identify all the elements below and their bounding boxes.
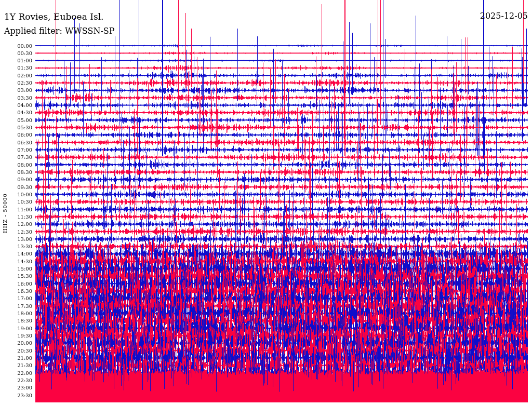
time-label: 14:30 <box>0 259 32 264</box>
time-label: 03:30 <box>0 95 32 101</box>
time-label: 00:00 <box>0 43 32 49</box>
time-label: 04:30 <box>0 110 32 115</box>
date-label: 2025-12-05 <box>480 11 528 21</box>
time-label: 15:30 <box>0 273 32 279</box>
time-label: 13:30 <box>0 244 32 249</box>
time-label: 01:00 <box>0 58 32 63</box>
time-label: 08:30 <box>0 169 32 175</box>
filter-label: Applied filter: WWSSN-SP <box>4 26 115 36</box>
seismogram-canvas <box>0 0 532 405</box>
time-label: 19:00 <box>0 326 32 331</box>
time-label: 11:00 <box>0 207 32 212</box>
time-label: 15:00 <box>0 266 32 272</box>
time-label: 12:00 <box>0 221 32 227</box>
time-label: 18:00 <box>0 310 32 316</box>
time-label: 08:00 <box>0 162 32 168</box>
time-label: 20:30 <box>0 348 32 354</box>
time-label: 04:00 <box>0 102 32 108</box>
helicorder-page: 1Y Rovies, Euboea Isl. Applied filter: W… <box>0 0 532 405</box>
time-label: 09:00 <box>0 177 32 182</box>
time-label: 14:00 <box>0 251 32 256</box>
time-label: 21:30 <box>0 362 32 368</box>
time-label: 02:00 <box>0 73 32 78</box>
time-label: 07:00 <box>0 147 32 153</box>
time-label: 11:30 <box>0 214 32 220</box>
time-label: 22:00 <box>0 370 32 376</box>
time-label: 02:30 <box>0 80 32 86</box>
time-label: 23:00 <box>0 385 32 390</box>
time-label: 17:30 <box>0 303 32 309</box>
time-label: 23:30 <box>0 393 32 398</box>
time-label: 10:30 <box>0 199 32 205</box>
time-label: 12:30 <box>0 229 32 235</box>
time-label: 07:30 <box>0 154 32 160</box>
time-label: 03:00 <box>0 87 32 93</box>
time-label: 10:00 <box>0 192 32 197</box>
time-label: 01:30 <box>0 65 32 71</box>
time-label: 18:30 <box>0 318 32 323</box>
time-label: 00:30 <box>0 50 32 56</box>
time-label: 05:30 <box>0 125 32 130</box>
time-label: 21:00 <box>0 355 32 361</box>
time-label: 22:30 <box>0 377 32 383</box>
time-label: 06:30 <box>0 140 32 145</box>
time-label: 16:00 <box>0 281 32 287</box>
time-label: 05:00 <box>0 117 32 123</box>
time-label: 13:00 <box>0 236 32 242</box>
time-label: 16:30 <box>0 288 32 294</box>
time-label: 09:30 <box>0 184 32 190</box>
time-label: 17:00 <box>0 295 32 301</box>
time-label: 20:00 <box>0 340 32 346</box>
time-label: 06:00 <box>0 132 32 138</box>
time-label: 19:30 <box>0 333 32 339</box>
station-title: 1Y Rovies, Euboea Isl. <box>4 11 103 22</box>
